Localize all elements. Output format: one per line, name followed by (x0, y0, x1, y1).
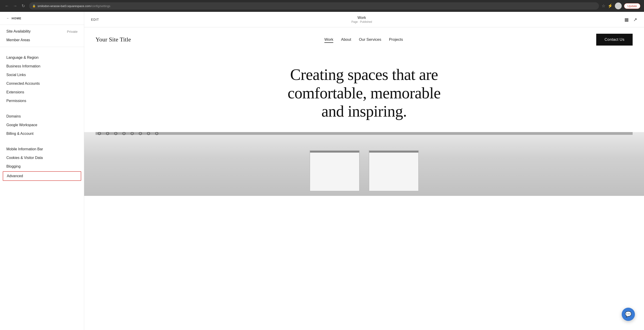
mobile-preview-button[interactable]: ▦ (624, 17, 629, 22)
lock-icon: 🔒 (32, 4, 36, 8)
preview-header: EDIT Work Page · Published ▦ ↗ (84, 12, 644, 27)
site-availability-label: Site Availability (6, 29, 30, 34)
hook-3 (114, 132, 118, 135)
google-workspace-label: Google Workspace (6, 123, 37, 127)
nav-link-our-services[interactable]: Our Services (359, 37, 381, 42)
cookies-visitor-data-label: Cookies & Visitor Data (6, 156, 43, 160)
nav-link-work[interactable]: Work (324, 37, 333, 42)
sidebar-item-social-links[interactable]: Social Links (0, 71, 84, 79)
gap-2 (0, 107, 84, 111)
gap-1 (0, 48, 84, 52)
connected-accounts-label: Connected Accounts (6, 82, 40, 86)
hook-4 (122, 132, 126, 135)
nav-links: Work About Our Services Projects (324, 37, 403, 42)
sidebar-group-2: Language & Region Business Information S… (0, 52, 84, 107)
member-areas-label: Member Areas (6, 38, 30, 42)
browser-chrome: ← → ↻ 🔒 smilodon-wrasse-bat3.squarespace… (0, 0, 644, 12)
sidebar-item-blogging[interactable]: Blogging (0, 162, 84, 171)
extensions-icon[interactable]: ⚡ (608, 4, 612, 9)
profile-avatar[interactable] (615, 3, 622, 9)
mobile-info-bar-label: Mobile Information Bar (6, 147, 43, 151)
nav-link-projects[interactable]: Projects (389, 37, 403, 42)
home-nav-item[interactable]: ← HOME (0, 12, 84, 24)
browser-nav-group: ← → ↻ (4, 3, 26, 9)
page-subtitle: Page · Published (352, 20, 372, 24)
back-arrow-icon: ← (6, 16, 10, 20)
update-button[interactable]: Update (624, 3, 640, 9)
bookmark-icon[interactable]: ☆ (602, 4, 605, 9)
sidebar-item-mobile-information-bar[interactable]: Mobile Information Bar (0, 145, 84, 153)
gap-3 (0, 139, 84, 143)
social-links-label: Social Links (6, 73, 26, 77)
curtain-image (84, 132, 644, 196)
external-link-button[interactable]: ↗ (633, 17, 637, 22)
sidebar-item-cookies-visitor-data[interactable]: Cookies & Visitor Data (0, 153, 84, 162)
preview-area: EDIT Work Page · Published ▦ ↗ Your Site… (84, 12, 644, 330)
chat-icon: 💬 (625, 311, 632, 317)
sidebar-item-google-workspace[interactable]: Google Workspace (0, 121, 84, 129)
site-availability-value: Private (67, 30, 78, 34)
settings-sidebar: ← HOME Site Availability Private Member … (0, 12, 84, 330)
hero-headline: Creating spaces that are comfortable, me… (284, 66, 444, 121)
page-info: Work Page · Published (352, 16, 372, 24)
hook-1 (98, 132, 101, 135)
browser-actions: ☆ ⚡ Update (602, 3, 640, 9)
sidebar-item-connected-accounts[interactable]: Connected Accounts (0, 79, 84, 88)
sidebar-item-site-availability[interactable]: Site Availability Private (0, 27, 84, 36)
hook-5 (130, 132, 134, 135)
language-region-label: Language & Region (6, 56, 38, 60)
sidebar-item-domains[interactable]: Domains (0, 112, 84, 121)
sidebar-item-member-areas[interactable]: Member Areas (0, 36, 84, 44)
sidebar-group-3: Domains Google Workspace Billing & Accou… (0, 111, 84, 139)
business-information-label: Business Information (6, 64, 40, 68)
divider-1 (0, 25, 84, 25)
permissions-label: Permissions (6, 99, 26, 103)
site-navigation: Your Site Title Work About Our Services … (84, 27, 644, 52)
sidebar-item-billing-account[interactable]: Billing & Account (0, 129, 84, 138)
blogging-label: Blogging (6, 164, 20, 169)
sidebar-group-1: Site Availability Private Member Areas (0, 26, 84, 46)
main-layout: ← HOME Site Availability Private Member … (0, 12, 644, 330)
curtain-rod (96, 132, 633, 135)
sidebar-item-advanced[interactable]: Advanced (3, 171, 81, 181)
hook-6 (139, 132, 142, 135)
back-button[interactable]: ← (4, 3, 10, 9)
sidebar-group-4: Mobile Information Bar Cookies & Visitor… (0, 143, 84, 183)
blind-left (310, 150, 360, 191)
preview-header-icons: ▦ ↗ (624, 17, 637, 22)
contact-us-button[interactable]: Contact Us (596, 34, 633, 46)
reload-button[interactable]: ↻ (20, 3, 26, 9)
sidebar-item-extensions[interactable]: Extensions (0, 88, 84, 97)
home-label: HOME (12, 17, 22, 20)
extensions-label: Extensions (6, 90, 24, 94)
url-text: smilodon-wrasse-bat3.squarespace.com/con… (38, 4, 596, 8)
blind-right (369, 150, 419, 191)
sidebar-item-business-information[interactable]: Business Information (0, 62, 84, 71)
website-preview: Your Site Title Work About Our Services … (84, 27, 644, 330)
sidebar-item-language-region[interactable]: Language & Region (0, 53, 84, 62)
billing-account-label: Billing & Account (6, 132, 34, 136)
hook-8 (155, 132, 158, 135)
sidebar-item-permissions[interactable]: Permissions (0, 97, 84, 105)
page-title: Work (352, 16, 372, 20)
forward-button[interactable]: → (12, 3, 18, 9)
edit-button[interactable]: EDIT (91, 18, 99, 22)
chat-fab-button[interactable]: 💬 (622, 308, 635, 321)
hero-section: Creating spaces that are comfortable, me… (84, 52, 644, 132)
hero-image-section (84, 132, 644, 196)
address-bar[interactable]: 🔒 smilodon-wrasse-bat3.squarespace.com/c… (29, 2, 599, 10)
nav-link-about[interactable]: About (341, 37, 351, 42)
divider-2 (0, 47, 84, 47)
site-logo: Your Site Title (96, 36, 131, 43)
hook-7 (147, 132, 150, 135)
hook-2 (106, 132, 109, 135)
domains-label: Domains (6, 114, 21, 118)
advanced-label: Advanced (7, 174, 23, 178)
